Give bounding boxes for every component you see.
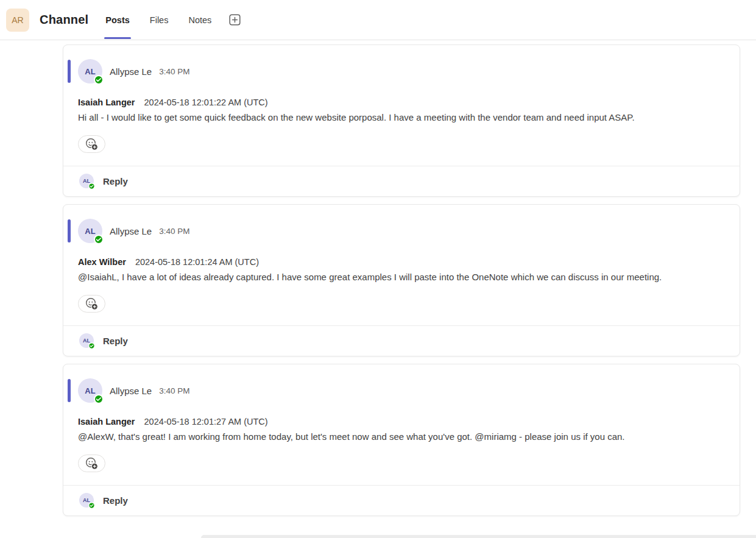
channel-title: Channel <box>40 13 88 27</box>
sender-name: Alex Wilber <box>78 257 126 267</box>
tab-files-label: Files <box>150 15 169 25</box>
emoji-add-icon <box>85 137 99 151</box>
presence-available-icon <box>88 502 95 509</box>
author-avatar[interactable]: AL <box>78 219 102 243</box>
channel-header: AR Channel Posts Files Notes <box>0 0 756 40</box>
presence-available-icon <box>94 394 104 404</box>
post-accent-bar <box>68 219 71 242</box>
tab-posts-label: Posts <box>105 15 130 25</box>
post-card: AL Allypse Le 3:40 PM Isaiah Langer 2024… <box>63 364 740 516</box>
sender-name: Isaiah Langer <box>78 97 135 107</box>
message-meta: Isaiah Langer 2024-05-18 12:01:22 AM (UT… <box>78 97 725 107</box>
post-time: 3:40 PM <box>159 67 189 76</box>
author-name: Allypse Le <box>110 226 152 236</box>
reply-link[interactable]: Reply <box>103 176 128 186</box>
author-avatar[interactable]: AL <box>78 59 102 83</box>
post-card: AL Allypse Le 3:40 PM Alex Wilber 2024-0… <box>63 204 740 356</box>
post-time: 3:40 PM <box>159 386 189 395</box>
message-meta: Isaiah Langer 2024-05-18 12:01:27 AM (UT… <box>78 417 725 427</box>
reply-avatar: AL <box>79 333 94 348</box>
emoji-add-icon <box>85 456 99 470</box>
add-reaction-button[interactable] <box>78 455 105 472</box>
message-text: @AlexW, that's great! I am working from … <box>78 430 724 444</box>
tab-notes[interactable]: Notes <box>187 0 213 40</box>
presence-available-icon <box>88 183 95 189</box>
message-meta: Alex Wilber 2024-05-18 12:01:24 AM (UTC) <box>78 257 725 267</box>
reply-row[interactable]: AL Reply <box>63 486 740 515</box>
post-body: Alex Wilber 2024-05-18 12:01:24 AM (UTC)… <box>63 243 740 325</box>
emoji-add-icon <box>85 297 99 311</box>
sent-timestamp: 2024-05-18 12:01:22 AM (UTC) <box>144 97 268 107</box>
cut-off-next-element <box>201 535 756 538</box>
reply-link[interactable]: Reply <box>103 495 128 506</box>
tab-posts[interactable]: Posts <box>104 0 131 40</box>
author-name: Allypse Le <box>110 386 152 396</box>
post-header: AL Allypse Le 3:40 PM <box>63 205 740 243</box>
reply-row[interactable]: AL Reply <box>63 166 740 196</box>
message-text: @IsaiahL, I have a lot of ideas already … <box>78 270 724 285</box>
team-avatar[interactable]: AR <box>6 9 29 32</box>
post-accent-bar <box>68 379 71 402</box>
add-tab-plus-icon <box>229 14 241 26</box>
post-card: AL Allypse Le 3:40 PM Isaiah Langer 2024… <box>63 44 740 197</box>
message-text: Hi all - I would like to get some quick … <box>78 110 724 125</box>
post-body: Isaiah Langer 2024-05-18 12:01:22 AM (UT… <box>63 83 740 166</box>
sent-timestamp: 2024-05-18 12:01:24 AM (UTC) <box>135 257 259 267</box>
author-avatar[interactable]: AL <box>78 378 102 403</box>
sender-name: Isaiah Langer <box>78 417 135 427</box>
reply-avatar: AL <box>79 493 94 508</box>
add-reaction-button[interactable] <box>78 295 105 313</box>
author-name: Allypse Le <box>110 66 152 77</box>
sent-timestamp: 2024-05-18 12:01:27 AM (UTC) <box>144 417 268 427</box>
add-tab-button[interactable] <box>228 13 241 27</box>
channel-tabs: Posts Files Notes <box>104 0 230 40</box>
presence-available-icon <box>94 235 104 244</box>
post-header: AL Allypse Le 3:40 PM <box>63 45 740 83</box>
tab-notes-label: Notes <box>188 15 211 25</box>
reply-avatar: AL <box>79 174 94 188</box>
post-accent-bar <box>68 60 71 83</box>
post-header: AL Allypse Le 3:40 PM <box>63 364 740 403</box>
reply-link[interactable]: Reply <box>103 336 128 346</box>
presence-available-icon <box>88 342 95 349</box>
posts-list: AL Allypse Le 3:40 PM Isaiah Langer 2024… <box>0 40 756 516</box>
add-reaction-button[interactable] <box>78 135 105 153</box>
tab-files[interactable]: Files <box>149 0 170 40</box>
reply-row[interactable]: AL Reply <box>63 326 740 356</box>
post-time: 3:40 PM <box>159 227 189 236</box>
team-avatar-initials: AR <box>12 15 23 25</box>
presence-available-icon <box>94 75 104 85</box>
post-body: Isaiah Langer 2024-05-18 12:01:27 AM (UT… <box>63 403 740 485</box>
